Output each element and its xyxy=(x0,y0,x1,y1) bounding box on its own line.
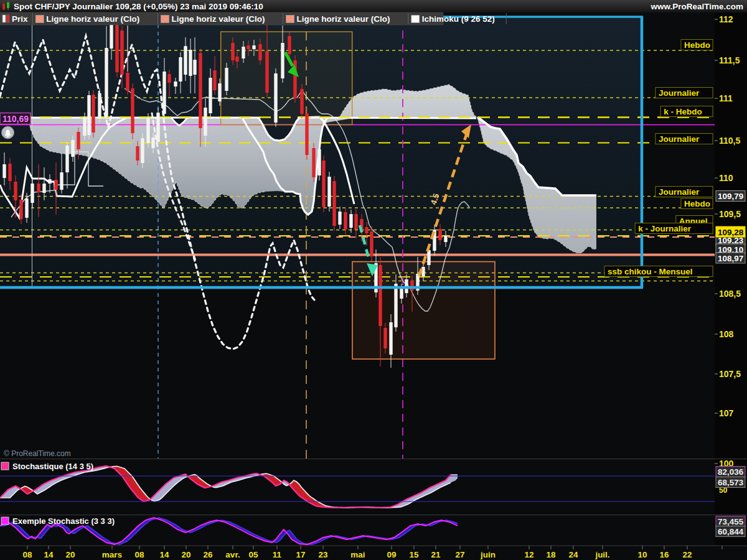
svg-text:Stochastique (14 3 5): Stochastique (14 3 5) xyxy=(12,462,93,471)
svg-text:20: 20 xyxy=(65,550,75,559)
svg-text:11: 11 xyxy=(273,550,282,559)
svg-text:ssb chikou - Mensuel: ssb chikou - Mensuel xyxy=(608,267,693,276)
svg-text:110,69: 110,69 xyxy=(2,114,29,124)
svg-text:16: 16 xyxy=(659,550,669,559)
svg-text:k - Hebdo: k - Hebdo xyxy=(664,107,702,116)
svg-text:20: 20 xyxy=(181,550,190,559)
svg-text:Ligne horiz valeur (Clo): Ligne horiz valeur (Clo) xyxy=(297,14,390,24)
svg-text:avr.: avr. xyxy=(225,550,240,559)
svg-text:Journalier: Journalier xyxy=(659,187,700,197)
svg-text:juin: juin xyxy=(480,550,496,559)
svg-text:23: 23 xyxy=(318,550,328,559)
svg-text:108,97: 108,97 xyxy=(718,254,743,263)
svg-text:22: 22 xyxy=(682,550,692,559)
svg-text:mars: mars xyxy=(102,550,122,559)
svg-text:60,844: 60,844 xyxy=(718,527,744,536)
svg-text:26: 26 xyxy=(203,550,213,559)
svg-text:109,28: 109,28 xyxy=(718,228,744,237)
svg-text:Ligne horiz valeur (Clo): Ligne horiz valeur (Clo) xyxy=(171,14,265,24)
svg-text:10: 10 xyxy=(637,550,647,559)
svg-text:17: 17 xyxy=(296,550,305,559)
svg-text:08: 08 xyxy=(134,550,144,559)
svg-text:www.ProRealTime.com: www.ProRealTime.com xyxy=(650,2,743,11)
svg-text:111,5: 111,5 xyxy=(719,55,740,65)
svg-text:108,5: 108,5 xyxy=(719,289,741,299)
svg-text:Hebdo: Hebdo xyxy=(684,40,710,50)
svg-text:k - Journalier: k - Journalier xyxy=(638,224,692,233)
svg-text:109,5: 109,5 xyxy=(719,209,741,219)
svg-text:juil.: juil. xyxy=(594,550,609,559)
svg-text:© ProRealTime.com: © ProRealTime.com xyxy=(4,449,71,458)
svg-text:107: 107 xyxy=(719,408,734,418)
svg-text:09: 09 xyxy=(387,550,396,559)
svg-text:109,79: 109,79 xyxy=(718,192,743,201)
svg-text:108: 108 xyxy=(719,329,734,339)
svg-text:110: 110 xyxy=(719,173,733,183)
svg-text:08: 08 xyxy=(22,550,32,559)
svg-text:73,455: 73,455 xyxy=(718,517,744,526)
svg-text:24: 24 xyxy=(568,550,578,559)
svg-text:Hebdo: Hebdo xyxy=(684,199,710,208)
svg-text:18: 18 xyxy=(546,550,556,559)
svg-text:68,573: 68,573 xyxy=(718,478,744,487)
svg-text:Journalier: Journalier xyxy=(659,88,700,98)
svg-text:82,036: 82,036 xyxy=(718,467,744,477)
svg-text:Ligne horiz valeur (Clo): Ligne horiz valeur (Clo) xyxy=(46,14,139,24)
svg-text:05: 05 xyxy=(248,550,258,559)
svg-text:110,5: 110,5 xyxy=(719,136,740,146)
svg-text:14: 14 xyxy=(159,550,169,559)
svg-text:12: 12 xyxy=(524,550,533,559)
svg-text:107,5: 107,5 xyxy=(719,369,741,379)
svg-text:111: 111 xyxy=(719,93,733,103)
svg-text:21: 21 xyxy=(431,550,441,559)
svg-text:112: 112 xyxy=(719,14,733,24)
svg-text:27: 27 xyxy=(455,550,464,559)
svg-text:14: 14 xyxy=(44,550,54,559)
svg-text:Prix: Prix xyxy=(12,14,28,24)
svg-text:Journalier: Journalier xyxy=(659,134,700,144)
svg-text:15: 15 xyxy=(409,550,419,559)
svg-text:Exemple Stochastic (3 3 3): Exemple Stochastic (3 3 3) xyxy=(12,516,115,526)
svg-text:Spot CHF/JPY Journalier 109,28: Spot CHF/JPY Journalier 109,28 (+0,05%) … xyxy=(14,2,263,11)
svg-text:mai: mai xyxy=(350,550,365,559)
svg-text:Ichimoku (9 26 52): Ichimoku (9 26 52) xyxy=(422,14,495,24)
